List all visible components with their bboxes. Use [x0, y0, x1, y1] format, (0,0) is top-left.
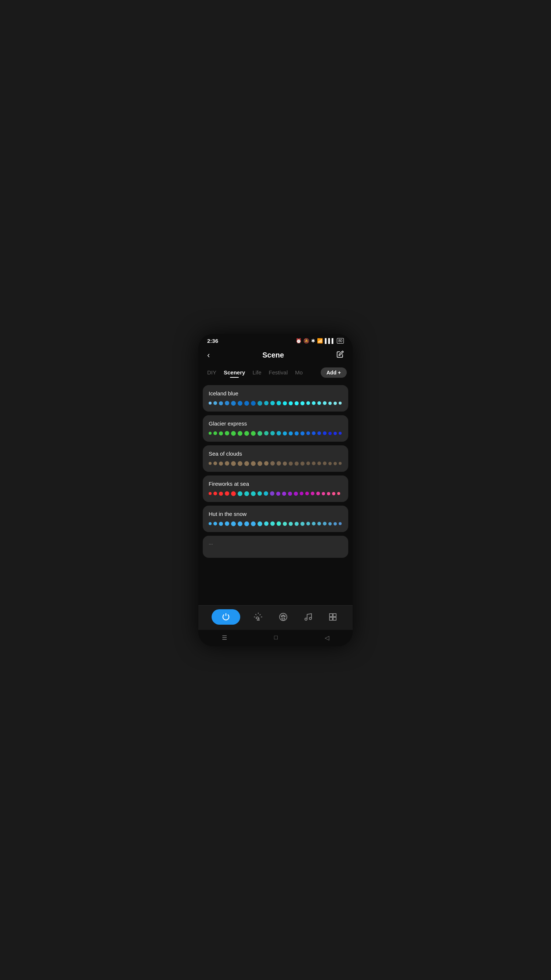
dot	[231, 522, 236, 526]
dot	[312, 522, 316, 525]
dot	[257, 522, 262, 526]
dot	[270, 461, 275, 466]
dot	[270, 522, 275, 526]
dot	[283, 401, 287, 405]
dot	[213, 522, 217, 525]
dot	[244, 461, 249, 466]
dot	[225, 461, 229, 466]
dot	[238, 491, 243, 496]
dot	[333, 462, 337, 465]
svg-point-2	[281, 616, 282, 617]
dot	[329, 432, 332, 435]
wifi-icon: 📶	[317, 338, 323, 344]
scene-card-iceland-blue[interactable]: Iceland blue	[203, 385, 348, 412]
dot	[257, 431, 262, 436]
dot	[323, 401, 327, 405]
dot	[295, 431, 299, 436]
dot	[270, 401, 275, 405]
dot	[316, 492, 320, 495]
android-nav: ☰ □ ◁	[198, 630, 353, 646]
dot	[219, 522, 223, 526]
dot	[306, 461, 310, 465]
dot	[295, 522, 299, 526]
scene-card-hut-in-the-snow[interactable]: Hut in the snow	[203, 506, 348, 532]
dot	[339, 402, 341, 404]
scene-name-iceland-blue: Iceland blue	[209, 390, 342, 396]
scene-name-glacier-express: Glacier express	[209, 420, 342, 426]
dot	[276, 522, 281, 526]
tab-bar: DIY Scenery Life Festival Mo Add +	[198, 366, 353, 382]
dot	[289, 401, 293, 405]
tab-diy[interactable]: DIY	[204, 368, 219, 377]
tab-life[interactable]: Life	[249, 368, 264, 377]
scene-card-fireworks-at-sea[interactable]: Fireworks at sea	[203, 476, 348, 502]
music-button[interactable]	[302, 610, 315, 624]
dot	[213, 492, 217, 495]
android-back-button[interactable]: ◁	[318, 633, 337, 643]
dot	[238, 431, 243, 436]
dot	[337, 492, 340, 495]
dot	[288, 492, 292, 496]
scene-name-fireworks-at-sea: Fireworks at sea	[209, 480, 342, 487]
scene-card-sea-of-clouds[interactable]: Sea of clouds	[203, 445, 348, 472]
dot	[225, 431, 229, 436]
dot	[282, 492, 286, 496]
status-bar: 2:36 ⏰ 🔕 ✱ 📶 ▌▌▌ 80	[198, 334, 353, 346]
dot	[219, 401, 223, 405]
dot	[238, 522, 243, 526]
edit-button[interactable]	[335, 349, 345, 361]
dots-row-fireworks-at-sea	[209, 491, 342, 496]
dot	[264, 401, 268, 405]
page-title: Scene	[262, 351, 284, 360]
light-button[interactable]	[252, 610, 265, 624]
header: ‹ Scene	[198, 346, 353, 366]
svg-point-4	[284, 616, 285, 617]
dot	[312, 461, 316, 465]
dot	[311, 492, 314, 495]
dot	[339, 432, 341, 435]
add-button[interactable]: Add +	[321, 368, 347, 378]
dot	[251, 522, 256, 526]
power-button[interactable]	[211, 609, 240, 625]
dot	[209, 492, 211, 495]
dot	[257, 461, 262, 466]
dot	[209, 462, 211, 465]
dot	[318, 461, 321, 465]
scenes-button[interactable]	[326, 610, 340, 624]
android-menu-button[interactable]: ☰	[214, 633, 234, 643]
phone-frame: 2:36 ⏰ 🔕 ✱ 📶 ▌▌▌ 80 ‹ Scene DIY	[198, 334, 353, 646]
back-button[interactable]: ‹	[206, 349, 211, 361]
dots-row-iceland-blue	[209, 401, 342, 406]
dot	[289, 461, 293, 466]
tab-mo[interactable]: Mo	[292, 368, 306, 377]
scene-card-glacier-express[interactable]: Glacier express	[203, 415, 348, 442]
dot	[289, 431, 293, 436]
dot	[333, 402, 337, 405]
dot	[323, 461, 327, 465]
dot	[329, 462, 332, 465]
dot	[318, 522, 321, 525]
dot	[238, 461, 243, 466]
tab-festival[interactable]: Festival	[266, 368, 291, 377]
dots-row-glacier-express	[209, 431, 342, 436]
alarm-icon: ⏰	[296, 338, 302, 344]
dot	[283, 522, 287, 526]
dot	[327, 492, 330, 495]
dot	[294, 492, 298, 496]
svg-rect-10	[333, 617, 336, 620]
dot	[276, 492, 280, 496]
dot	[238, 401, 243, 406]
tab-scenery[interactable]: Scenery	[221, 368, 248, 377]
scenes-list: Iceland blue	[198, 382, 353, 605]
dot	[257, 491, 262, 496]
dot	[244, 401, 249, 406]
scene-card-partial[interactable]: ···	[203, 536, 348, 558]
dot	[283, 431, 287, 436]
status-icons: ⏰ 🔕 ✱ 📶 ▌▌▌ 80	[296, 338, 344, 344]
dot	[219, 431, 223, 436]
svg-rect-9	[330, 617, 332, 620]
dot	[333, 522, 337, 525]
palette-button[interactable]	[276, 610, 290, 624]
android-home-button[interactable]: □	[267, 633, 285, 642]
svg-rect-7	[330, 614, 332, 617]
